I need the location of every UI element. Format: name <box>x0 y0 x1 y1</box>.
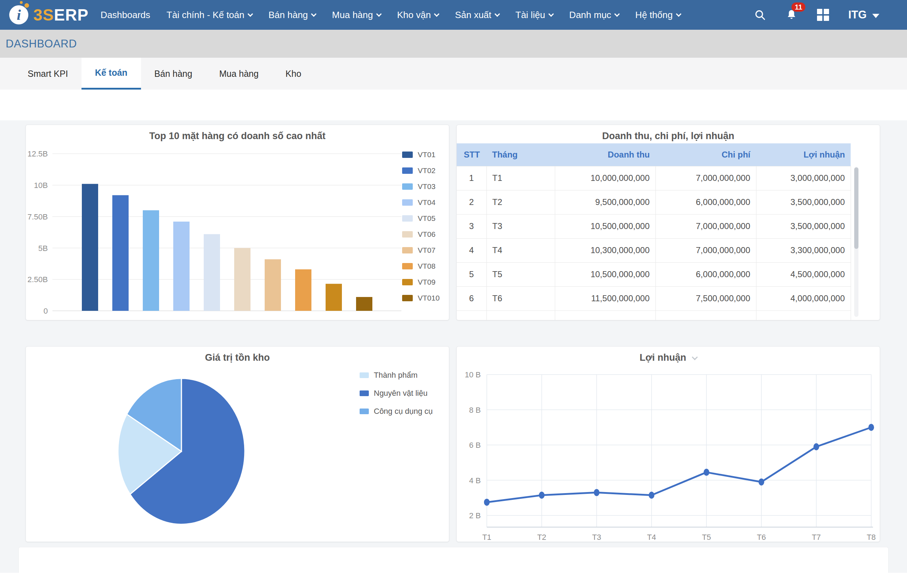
bar-vt02 <box>112 195 128 311</box>
search-button[interactable] <box>754 9 766 21</box>
legend-item-vt09[interactable]: VT09 <box>402 278 440 286</box>
nav-item-dashboards[interactable]: Dashboards <box>101 10 150 21</box>
table-cell: 5 <box>457 262 486 286</box>
x-axis-tick-label: T1 <box>482 533 491 542</box>
table-cell: T4 <box>486 238 555 262</box>
x-axis-tick-label: T6 <box>757 533 766 542</box>
legend-item-vt02[interactable]: VT02 <box>402 166 440 175</box>
page-title: DASHBOARD <box>6 38 77 50</box>
table-row[interactable]: 6T611,500,000,0007,500,000,0004,000,000,… <box>457 286 851 310</box>
legend-item-vt06[interactable]: VT06 <box>402 230 440 239</box>
nav-item-label: Hệ thống <box>635 10 673 21</box>
legend-swatch-icon <box>360 372 369 378</box>
y-axis-tick-label: 2.50B <box>28 275 48 284</box>
table-row[interactable]: 2T29,500,000,0006,000,000,0003,500,000,0… <box>457 190 851 214</box>
table-row[interactable]: 5T510,500,000,0006,000,000,0004,500,000,… <box>457 262 851 286</box>
table-cell <box>655 310 756 320</box>
chevron-down-icon <box>311 11 317 17</box>
bar-vt04 <box>173 222 189 311</box>
x-axis-tick-label: T7 <box>812 533 821 542</box>
nav-item-tai-chinh-ke-toan[interactable]: Tài chính - Kế toán <box>167 10 252 21</box>
table-cell: 10,500,000,000 <box>555 214 655 238</box>
profit-line-series <box>487 427 871 502</box>
tab-ke-toan[interactable]: Kế toán <box>82 58 141 89</box>
y-axis-tick-label: 10 B <box>465 370 481 379</box>
nav-item-label: Sản xuất <box>455 10 491 21</box>
legend-label: VT05 <box>418 214 436 223</box>
bar-vt08 <box>295 269 311 311</box>
tab-kho[interactable]: Kho <box>272 58 315 89</box>
bar-vt05 <box>204 234 220 311</box>
legend-item-vt08[interactable]: VT08 <box>402 262 440 270</box>
nav-item-san-xuat[interactable]: Sản xuất <box>455 10 499 21</box>
data-point-t5 <box>703 469 709 476</box>
table-header-row: STTThángDoanh thuChi phíLợi nhuận <box>457 143 851 166</box>
legend-item-vt010[interactable]: VT010 <box>402 294 440 302</box>
chevron-down-icon <box>872 14 879 18</box>
table-cell: 4 <box>457 238 486 262</box>
nav-item-mua-hang[interactable]: Mua hàng <box>332 10 381 21</box>
top10-bar-chart: 02.50B5B7.50B10B12.5B <box>26 125 449 320</box>
tab-smart-kpi[interactable]: Smart KPI <box>14 58 82 89</box>
tab-mua-hang[interactable]: Mua hàng <box>206 58 272 89</box>
nav-item-tai-lieu[interactable]: Tài liệu <box>516 10 553 21</box>
column-header-doanh-thu[interactable]: Doanh thu <box>555 143 655 166</box>
legend-item-nguyen-vat-lieu[interactable]: Nguyên vật liệu <box>360 389 433 398</box>
legend-item-vt01[interactable]: VT01 <box>402 150 440 159</box>
legend-item-vt07[interactable]: VT07 <box>402 246 440 254</box>
chart-title: Lợi nhuận <box>457 352 880 363</box>
nav-item-danh-muc[interactable]: Danh mục <box>569 10 619 21</box>
legend-label: VT02 <box>418 166 436 175</box>
bar-vt01 <box>82 184 98 311</box>
legend-swatch-icon <box>402 231 413 238</box>
app-logo[interactable]: i 3SERP <box>9 5 88 24</box>
chevron-down-icon <box>548 11 554 17</box>
legend-item-vt04[interactable]: VT04 <box>402 198 440 207</box>
dashboard-content: 02.50B5B7.50B10B12.5B Top 10 mặt hàng có… <box>0 120 907 588</box>
logo-text-3s: 3S <box>33 5 54 24</box>
logo-dot-icon <box>24 3 29 8</box>
nav-item-label: Mua hàng <box>332 10 373 21</box>
y-axis-tick-label: 0 <box>43 307 48 315</box>
legend-item-vt03[interactable]: VT03 <box>402 182 440 191</box>
apps-button[interactable] <box>817 9 829 21</box>
table-row[interactable]: 4T410,300,000,0007,000,000,0003,300,000,… <box>457 238 851 262</box>
chart-dropdown-icon[interactable] <box>692 354 698 360</box>
column-header-chi-phi[interactable]: Chi phí <box>655 143 756 166</box>
table-row[interactable]: 1T110,000,000,0007,000,000,0003,000,000,… <box>457 166 851 190</box>
column-header-loi-nhuan[interactable]: Lợi nhuận <box>756 143 851 166</box>
table-cell <box>555 310 655 320</box>
table-cell <box>486 310 555 320</box>
y-axis-tick-label: 7.50B <box>28 213 48 221</box>
nav-item-ban-hang[interactable]: Bán hàng <box>269 10 316 21</box>
table-row[interactable]: 3T310,500,000,0007,000,000,0003,500,000,… <box>457 214 851 238</box>
column-header-thang[interactable]: Tháng <box>486 143 555 166</box>
legend-label: VT010 <box>418 294 440 302</box>
nav-item-kho-van[interactable]: Kho vận <box>397 10 439 21</box>
chart-title-text: Lợi nhuận <box>639 352 686 363</box>
y-axis-tick-label: 4 B <box>469 476 481 485</box>
chevron-down-icon <box>495 11 500 17</box>
table-scrollbar[interactable] <box>854 168 859 249</box>
bar-chart-legend: VT01VT02VT03VT04VT05VT06VT07VT08VT09VT01… <box>402 150 440 302</box>
column-header-stt[interactable]: STT <box>457 143 486 166</box>
revenue-table: STTThángDoanh thuChi phíLợi nhuận1T110,0… <box>457 143 851 320</box>
user-menu[interactable]: ITG <box>848 8 879 21</box>
y-axis-tick-label: 12.5B <box>28 149 48 158</box>
table-cell <box>457 310 486 320</box>
tab-ban-hang[interactable]: Bán hàng <box>141 58 206 89</box>
legend-item-thanh-pham[interactable]: Thành phẩm <box>360 371 433 380</box>
logo-dot-small-icon <box>20 1 23 4</box>
notification-badge: 11 <box>792 3 805 12</box>
legend-item-cong-cu-dung-cu[interactable]: Công cụ dụng cụ <box>360 407 433 416</box>
notifications-button[interactable]: 11 <box>785 8 798 22</box>
table-cell: 10,300,000,000 <box>555 238 655 262</box>
table-cell: T3 <box>486 214 555 238</box>
legend-item-vt05[interactable]: VT05 <box>402 214 440 223</box>
table-cell: 7,000,000,000 <box>655 214 756 238</box>
apps-grid-icon <box>817 9 829 21</box>
legend-swatch-icon <box>402 215 413 222</box>
x-axis-tick-label: T3 <box>592 533 601 542</box>
data-point-t8 <box>869 424 874 431</box>
nav-item-he-thong[interactable]: Hệ thống <box>635 10 681 21</box>
